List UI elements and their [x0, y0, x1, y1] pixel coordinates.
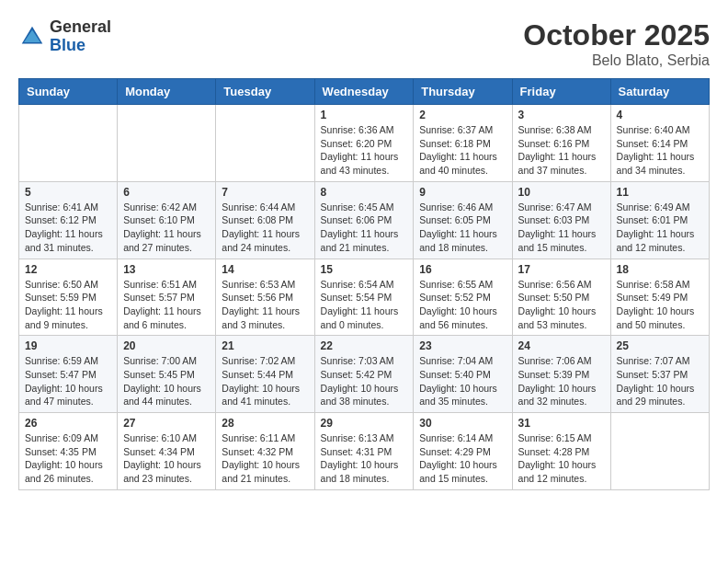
- calendar-cell: 28Sunrise: 6:11 AM Sunset: 4:32 PM Dayli…: [216, 413, 314, 490]
- calendar-cell: 6Sunrise: 6:42 AM Sunset: 6:10 PM Daylig…: [118, 181, 216, 259]
- day-info: Sunrise: 7:00 AM Sunset: 5:45 PM Dayligh…: [123, 354, 210, 408]
- calendar-cell: [19, 105, 118, 182]
- calendar-cell: 30Sunrise: 6:14 AM Sunset: 4:29 PM Dayli…: [414, 413, 512, 490]
- day-number: 8: [321, 186, 408, 199]
- calendar-cell: 13Sunrise: 6:51 AM Sunset: 5:57 PM Dayli…: [118, 259, 216, 336]
- day-info: Sunrise: 7:02 AM Sunset: 5:44 PM Dayligh…: [222, 354, 308, 408]
- day-number: 15: [321, 263, 408, 276]
- day-info: Sunrise: 6:09 AM Sunset: 4:35 PM Dayligh…: [25, 431, 111, 486]
- day-number: 6: [123, 186, 210, 199]
- calendar-cell: [610, 413, 709, 490]
- day-info: Sunrise: 6:41 AM Sunset: 6:12 PM Dayligh…: [25, 201, 111, 255]
- day-info: Sunrise: 6:42 AM Sunset: 6:10 PM Dayligh…: [123, 201, 210, 255]
- day-info: Sunrise: 6:10 AM Sunset: 4:34 PM Dayligh…: [123, 431, 210, 486]
- day-number: 10: [518, 186, 605, 199]
- day-info: Sunrise: 6:50 AM Sunset: 5:59 PM Dayligh…: [25, 278, 111, 332]
- weekday-header: Monday: [118, 79, 216, 105]
- weekday-header: Saturday: [610, 79, 709, 105]
- day-info: Sunrise: 6:55 AM Sunset: 5:52 PM Dayligh…: [419, 278, 506, 332]
- day-number: 3: [518, 109, 605, 121]
- day-number: 31: [518, 417, 605, 430]
- day-info: Sunrise: 6:47 AM Sunset: 6:03 PM Dayligh…: [518, 201, 605, 255]
- calendar-cell: 27Sunrise: 6:10 AM Sunset: 4:34 PM Dayli…: [118, 413, 216, 490]
- calendar-week-row: 12Sunrise: 6:50 AM Sunset: 5:59 PM Dayli…: [19, 259, 710, 336]
- calendar-week-row: 26Sunrise: 6:09 AM Sunset: 4:35 PM Dayli…: [19, 413, 710, 490]
- calendar-cell: 20Sunrise: 7:00 AM Sunset: 5:45 PM Dayli…: [118, 336, 216, 413]
- logo-blue-text: Blue: [50, 37, 111, 55]
- weekday-header: Tuesday: [216, 79, 314, 105]
- day-number: 17: [518, 263, 605, 276]
- day-info: Sunrise: 6:11 AM Sunset: 4:32 PM Dayligh…: [222, 431, 308, 486]
- day-number: 4: [617, 109, 703, 121]
- day-number: 1: [321, 109, 408, 121]
- day-info: Sunrise: 6:40 AM Sunset: 6:14 PM Dayligh…: [617, 123, 703, 178]
- day-info: Sunrise: 6:51 AM Sunset: 5:57 PM Dayligh…: [123, 278, 210, 332]
- day-info: Sunrise: 6:58 AM Sunset: 5:49 PM Dayligh…: [617, 278, 703, 332]
- day-info: Sunrise: 6:13 AM Sunset: 4:31 PM Dayligh…: [321, 431, 408, 486]
- calendar-cell: 14Sunrise: 6:53 AM Sunset: 5:56 PM Dayli…: [216, 259, 314, 336]
- calendar-cell: 3Sunrise: 6:38 AM Sunset: 6:16 PM Daylig…: [512, 105, 610, 182]
- day-number: 12: [25, 263, 111, 276]
- logo-icon: [18, 23, 46, 51]
- day-number: 7: [222, 186, 308, 199]
- calendar-cell: 4Sunrise: 6:40 AM Sunset: 6:14 PM Daylig…: [610, 105, 709, 182]
- calendar-cell: 18Sunrise: 6:58 AM Sunset: 5:49 PM Dayli…: [610, 259, 709, 336]
- day-number: 11: [617, 186, 703, 199]
- day-info: Sunrise: 7:04 AM Sunset: 5:40 PM Dayligh…: [419, 354, 506, 408]
- weekday-header: Wednesday: [314, 79, 414, 105]
- day-number: 20: [123, 339, 210, 352]
- calendar-cell: 2Sunrise: 6:37 AM Sunset: 6:18 PM Daylig…: [414, 105, 512, 182]
- day-info: Sunrise: 7:07 AM Sunset: 5:37 PM Dayligh…: [617, 354, 703, 408]
- calendar-week-row: 1Sunrise: 6:36 AM Sunset: 6:20 PM Daylig…: [19, 105, 710, 182]
- day-info: Sunrise: 6:44 AM Sunset: 6:08 PM Dayligh…: [222, 201, 308, 255]
- location: Belo Blato, Serbia: [523, 52, 710, 69]
- day-number: 22: [321, 339, 408, 352]
- calendar-cell: 9Sunrise: 6:46 AM Sunset: 6:05 PM Daylig…: [414, 181, 512, 259]
- calendar-header: SundayMondayTuesdayWednesdayThursdayFrid…: [19, 79, 710, 105]
- day-number: 16: [419, 263, 506, 276]
- page-header: General Blue October 2025 Belo Blato, Se…: [18, 18, 710, 69]
- day-number: 18: [617, 263, 703, 276]
- month-title: October 2025: [523, 18, 710, 52]
- day-number: 5: [25, 186, 111, 199]
- day-info: Sunrise: 6:59 AM Sunset: 5:47 PM Dayligh…: [25, 354, 111, 408]
- day-number: 25: [617, 339, 703, 352]
- calendar-cell: [118, 105, 216, 182]
- day-number: 30: [419, 417, 506, 430]
- day-info: Sunrise: 6:46 AM Sunset: 6:05 PM Dayligh…: [419, 201, 506, 255]
- calendar-cell: 25Sunrise: 7:07 AM Sunset: 5:37 PM Dayli…: [610, 336, 709, 413]
- day-info: Sunrise: 6:54 AM Sunset: 5:54 PM Dayligh…: [321, 278, 408, 332]
- day-info: Sunrise: 6:38 AM Sunset: 6:16 PM Dayligh…: [518, 123, 605, 178]
- calendar-cell: 31Sunrise: 6:15 AM Sunset: 4:28 PM Dayli…: [512, 413, 610, 490]
- day-number: 26: [25, 417, 111, 430]
- day-info: Sunrise: 6:14 AM Sunset: 4:29 PM Dayligh…: [419, 431, 506, 486]
- day-number: 23: [419, 339, 506, 352]
- day-number: 29: [321, 417, 408, 430]
- calendar-week-row: 5Sunrise: 6:41 AM Sunset: 6:12 PM Daylig…: [19, 181, 710, 259]
- calendar-cell: 5Sunrise: 6:41 AM Sunset: 6:12 PM Daylig…: [19, 181, 118, 259]
- day-number: 21: [222, 339, 308, 352]
- calendar-cell: 7Sunrise: 6:44 AM Sunset: 6:08 PM Daylig…: [216, 181, 314, 259]
- logo: General Blue: [18, 18, 111, 55]
- day-number: 24: [518, 339, 605, 352]
- weekday-row: SundayMondayTuesdayWednesdayThursdayFrid…: [19, 79, 710, 105]
- day-info: Sunrise: 6:36 AM Sunset: 6:20 PM Dayligh…: [321, 123, 408, 178]
- day-number: 13: [123, 263, 210, 276]
- calendar-cell: 10Sunrise: 6:47 AM Sunset: 6:03 PM Dayli…: [512, 181, 610, 259]
- calendar-cell: 12Sunrise: 6:50 AM Sunset: 5:59 PM Dayli…: [19, 259, 118, 336]
- day-number: 28: [222, 417, 308, 430]
- day-info: Sunrise: 7:06 AM Sunset: 5:39 PM Dayligh…: [518, 354, 605, 408]
- calendar-cell: 15Sunrise: 6:54 AM Sunset: 5:54 PM Dayli…: [314, 259, 414, 336]
- day-number: 19: [25, 339, 111, 352]
- calendar-week-row: 19Sunrise: 6:59 AM Sunset: 5:47 PM Dayli…: [19, 336, 710, 413]
- calendar-cell: 29Sunrise: 6:13 AM Sunset: 4:31 PM Dayli…: [314, 413, 414, 490]
- weekday-header: Thursday: [414, 79, 512, 105]
- day-number: 9: [419, 186, 506, 199]
- calendar-cell: 23Sunrise: 7:04 AM Sunset: 5:40 PM Dayli…: [414, 336, 512, 413]
- calendar-cell: [216, 105, 314, 182]
- calendar-table: SundayMondayTuesdayWednesdayThursdayFrid…: [18, 78, 710, 490]
- calendar-cell: 21Sunrise: 7:02 AM Sunset: 5:44 PM Dayli…: [216, 336, 314, 413]
- calendar-cell: 16Sunrise: 6:55 AM Sunset: 5:52 PM Dayli…: [414, 259, 512, 336]
- calendar-cell: 8Sunrise: 6:45 AM Sunset: 6:06 PM Daylig…: [314, 181, 414, 259]
- day-info: Sunrise: 6:49 AM Sunset: 6:01 PM Dayligh…: [617, 201, 703, 255]
